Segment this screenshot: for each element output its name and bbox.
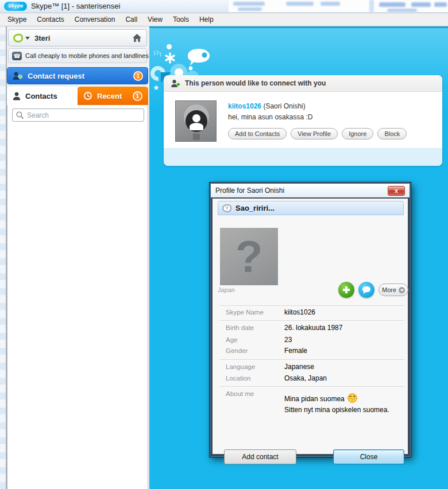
tab-contacts-label: Contacts (25, 92, 57, 100)
about-me-label: About me (226, 390, 254, 397)
phone-icon: ☎ (12, 52, 22, 60)
banner-text: Call cheaply to mobile phones and landli… (25, 52, 149, 59)
menu-view[interactable]: View (142, 13, 168, 26)
tab-recent-label: Recent (97, 92, 133, 100)
search-input[interactable] (27, 111, 130, 119)
field-label: Location (226, 375, 250, 382)
dialog-client-area: ? Sao_ririri... ? Japan More Skype Name … (212, 198, 408, 455)
asterisk-decoration (164, 52, 176, 64)
field-label: Language (226, 363, 255, 370)
contact-add-icon (12, 71, 22, 80)
request-actions: Add to Contacts View Profile Ignore Bloc… (228, 128, 407, 139)
person-add-icon (171, 79, 180, 88)
profile-avatar-placeholder: ? (220, 228, 278, 285)
add-to-contacts-button[interactable]: Add to Contacts (228, 128, 287, 139)
skype-window: Skype Skype™ [1] - santerisensei Skype C… (0, 0, 448, 489)
contacts-list (7, 105, 148, 489)
field-value: 23 (284, 336, 292, 344)
sidebar: 3teri ☎ Call cheaply to mobile phones an… (7, 26, 149, 489)
panel-header-text: This person would like to connect with y… (185, 79, 326, 87)
window-title: Skype™ [1] - santerisensei (31, 2, 120, 10)
menu-conversation[interactable]: Conversation (69, 13, 121, 26)
question-cloud-icon: ? (222, 204, 231, 212)
field-value: kiitos1026 (284, 308, 315, 316)
menu-skype[interactable]: Skype (2, 13, 32, 26)
connect-request-panel: This person would like to connect with y… (164, 75, 442, 166)
question-mark-glyph: ? (235, 234, 263, 279)
dialog-title: Profile for Saori Onishi (215, 187, 388, 195)
contact-request-item[interactable]: Contact request 1 (7, 67, 148, 84)
status-icon[interactable] (13, 33, 24, 42)
tab-recent[interactable]: Recent 1 (78, 87, 148, 105)
field-value: 26. lokakuuta 1987 (284, 324, 342, 332)
tab-contacts[interactable]: Contacts (7, 87, 78, 105)
status-caret-icon (25, 37, 30, 40)
profile-dialog: Profile for Saori Onishi x ? Sao_ririri.… (209, 182, 411, 457)
recent-badge: 1 (133, 91, 142, 101)
skype-logo-icon: Skype (4, 2, 27, 11)
request-message: hei, mina asun osakassa :D (228, 113, 312, 121)
panel-footer (164, 148, 442, 166)
chat-circle-button[interactable] (358, 282, 374, 298)
contact-request-label: Contact request (28, 72, 133, 80)
field-label: Gender (226, 347, 248, 354)
region-label: Japan (218, 286, 235, 293)
requester-name-line: kiitos1026 (Saori Onishi) (228, 102, 306, 110)
ignore-button[interactable]: Ignore (342, 128, 373, 139)
about-me-line2: Sitten nyt mina opiskelen suomea. (284, 406, 389, 414)
profile-display-name: Sao_ririri... (235, 204, 275, 212)
block-button[interactable]: Block (377, 128, 407, 139)
field-label: Age (226, 336, 237, 343)
plus-icon (343, 286, 350, 293)
add-contact-button[interactable]: Add contact (224, 449, 296, 464)
home-icon[interactable] (132, 33, 142, 42)
chat-bubble-icon (362, 286, 370, 292)
call-cheaply-banner[interactable]: ☎ Call cheaply to mobile phones and land… (8, 48, 147, 63)
view-profile-button[interactable]: View Profile (291, 128, 338, 139)
menu-help[interactable]: Help (194, 13, 219, 26)
menu-bar: Skype Contacts Conversation Call View To… (0, 13, 448, 26)
about-me-line1: Mina pidan suomea (284, 393, 357, 403)
big-smile-emoticon (347, 393, 357, 403)
contact-request-badge: 1 (133, 71, 143, 81)
more-button[interactable]: More (379, 284, 408, 296)
dialog-titlebar: Profile for Saori Onishi x (211, 184, 410, 197)
menu-call[interactable]: Call (120, 13, 142, 26)
menu-contacts[interactable]: Contacts (32, 13, 69, 26)
squiggle-decoration (153, 50, 163, 61)
sidebar-tabs: Contacts Recent 1 (7, 87, 148, 105)
dot-decoration (167, 44, 172, 49)
user-name: 3teri (34, 34, 132, 42)
star-decoration: ★ (153, 83, 160, 92)
search-icon (16, 111, 24, 119)
more-label: More (382, 286, 396, 293)
field-label: Birth date (226, 324, 254, 331)
menu-tools[interactable]: Tools (168, 13, 194, 26)
close-button[interactable]: Close (333, 449, 404, 464)
background-window-blur (229, 0, 448, 12)
about-text-1: Mina pidan suomea (284, 395, 345, 403)
field-label: Skype Name (226, 309, 264, 316)
requester-avatar (175, 100, 217, 142)
more-caret-icon (399, 287, 405, 293)
profile-name-header: ? Sao_ririri... (218, 201, 404, 215)
field-value: Female (284, 347, 307, 355)
recent-clock-icon (83, 91, 92, 100)
speech-bubble-decoration (186, 48, 212, 71)
field-value: Osaka, Japan (284, 374, 327, 382)
window-titlebar: Skype Skype™ [1] - santerisensei (0, 0, 448, 13)
contacts-person-icon (13, 92, 21, 100)
search-box[interactable] (12, 108, 144, 122)
dialog-close-button[interactable]: x (388, 186, 405, 196)
field-value: Japanese (284, 363, 314, 371)
panel-header: This person would like to connect with y… (164, 75, 442, 92)
window-left-border (0, 26, 6, 489)
requester-username[interactable]: kiitos1026 (228, 102, 261, 110)
user-status-bar[interactable]: 3teri (8, 29, 147, 46)
add-contact-circle-button[interactable] (338, 282, 354, 298)
requester-fullname-text: (Saori Onishi) (263, 102, 305, 110)
